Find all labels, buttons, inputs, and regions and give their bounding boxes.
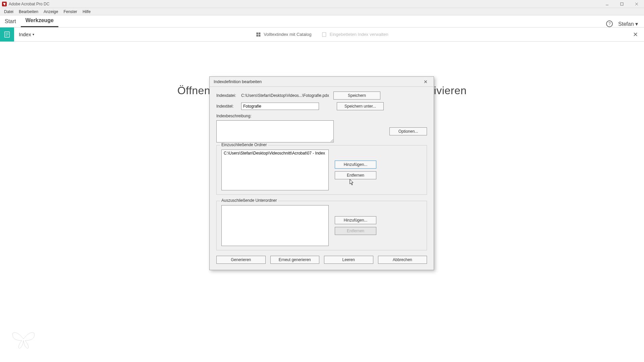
regenerate-button[interactable]: Erneut generieren xyxy=(270,256,320,264)
indexdatei-value: C:\Users\Stefan\Desktop\Videos...\Fotogr… xyxy=(241,93,330,98)
edit-index-dialog: Indexdefinition bearbeiten ✕ Indexdatei:… xyxy=(209,76,434,270)
include-add-button[interactable]: Hinzufügen... xyxy=(335,161,376,169)
toolbar-embedded-index: Eingebetteten Index verwalten xyxy=(322,32,388,37)
close-tool-button[interactable]: ✕ xyxy=(633,31,644,38)
butterfly-watermark xyxy=(10,327,37,352)
include-remove-button[interactable]: Entfernen xyxy=(335,171,376,179)
indextitel-label: Indextitel: xyxy=(216,104,238,109)
svg-rect-1 xyxy=(621,3,623,5)
maximize-button[interactable] xyxy=(614,0,629,8)
window-titlebar: Adobe Acrobat Pro DC xyxy=(0,0,644,8)
save-button[interactable]: Speichern xyxy=(333,92,380,100)
dialog-title: Indexdefinition bearbeiten xyxy=(214,79,422,84)
include-folders-list[interactable]: C:\Users\Stefan\Desktop\Videoschnitt\Acr… xyxy=(221,149,329,190)
tabbar: Start Werkzeuge ? Stefan ▾ xyxy=(0,15,644,27)
help-icon[interactable]: ? xyxy=(606,20,613,27)
list-item[interactable]: C:\Users\Stefan\Desktop\Videoschnitt\Acr… xyxy=(223,150,327,156)
exclude-folders-list[interactable] xyxy=(221,205,329,246)
menu-bearbeiten[interactable]: Bearbeiten xyxy=(16,9,41,14)
exclude-add-button[interactable]: Hinzufügen... xyxy=(335,216,376,224)
options-button[interactable]: Optionen... xyxy=(389,127,427,135)
menubar: Datei Bearbeiten Anzeige Fenster Hilfe xyxy=(0,8,644,15)
tool-subbar: Index▾ Volltextindex mit Catalog Eingebe… xyxy=(0,27,644,42)
tool-icon[interactable] xyxy=(0,27,14,42)
cancel-button[interactable]: Abbrechen xyxy=(378,256,427,264)
chevron-down-icon: ▾ xyxy=(33,33,34,36)
menu-fenster[interactable]: Fenster xyxy=(61,9,80,14)
indexbeschreibung-input[interactable] xyxy=(216,120,334,142)
include-folders-group: Einzuschließende Ordner C:\Users\Stefan\… xyxy=(216,145,427,195)
tool-dropdown[interactable]: Index▾ xyxy=(14,32,34,37)
exclude-remove-button: Entfernen xyxy=(335,227,376,235)
dialog-close-button[interactable]: ✕ xyxy=(422,79,430,84)
menu-anzeige[interactable]: Anzeige xyxy=(41,9,61,14)
app-icon xyxy=(2,2,7,6)
exclude-folders-group: Auszuschließende Unterordner Hinzufügen.… xyxy=(216,201,427,250)
toolbar-fulltext-catalog[interactable]: Volltextindex mit Catalog xyxy=(256,32,311,37)
svg-rect-12 xyxy=(322,33,326,37)
window-title: Adobe Acrobat Pro DC xyxy=(9,2,600,6)
tab-start[interactable]: Start xyxy=(0,16,21,27)
tab-tools[interactable]: Werkzeuge xyxy=(21,15,58,27)
svg-rect-9 xyxy=(259,33,260,34)
minimize-button[interactable] xyxy=(600,0,614,8)
svg-rect-10 xyxy=(256,35,258,36)
generate-button[interactable]: Generieren xyxy=(216,256,266,264)
svg-rect-11 xyxy=(259,35,260,36)
close-button[interactable] xyxy=(629,0,644,8)
indextitel-input[interactable] xyxy=(241,103,319,110)
menu-datei[interactable]: Datei xyxy=(1,9,16,14)
clear-button[interactable]: Leeren xyxy=(324,256,373,264)
user-menu[interactable]: Stefan ▾ xyxy=(618,21,638,27)
menu-hilfe[interactable]: Hilfe xyxy=(80,9,93,14)
indexdatei-label: Indexdatei: xyxy=(216,93,238,98)
save-as-button[interactable]: Speichern unter... xyxy=(337,102,384,110)
svg-rect-8 xyxy=(256,33,258,34)
indexbeschreibung-label: Indexbeschreibung: xyxy=(216,114,427,118)
